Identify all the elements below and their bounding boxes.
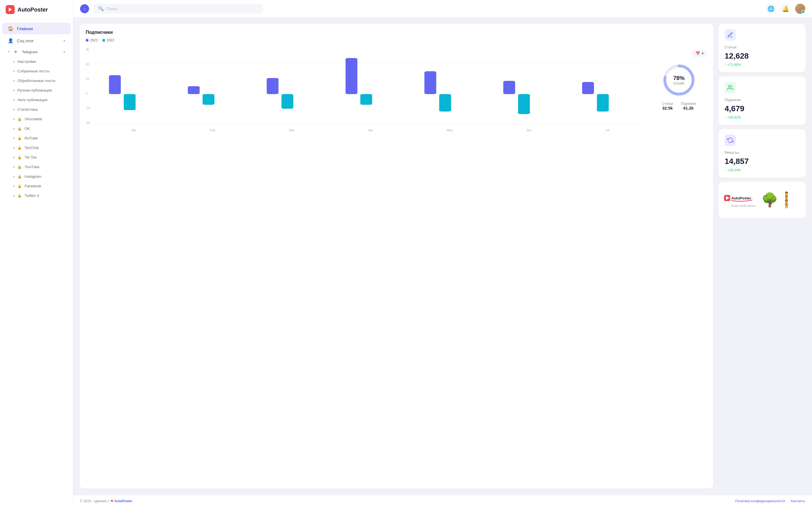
- y-label-10: 10: [86, 77, 90, 80]
- bullet-dot: [13, 90, 15, 91]
- sidebar-item-tiktok[interactable]: 🔒 Tik-Tok: [2, 153, 71, 162]
- y-label-0: 0: [86, 92, 90, 95]
- collapse-sidebar-button[interactable]: ‹: [80, 4, 89, 13]
- y-label-neg20: -20: [86, 121, 90, 124]
- bullet-dot: [13, 109, 15, 110]
- footer-copyright: © 2024 , сделано с ❤ AutoPoster: [80, 499, 133, 503]
- sidebar-item-telegram[interactable]: ✈ Telegram ▾: [2, 47, 71, 57]
- growth-subscriptions-label: Подписки: [681, 102, 696, 106]
- footer-brand-link[interactable]: AutoPoster: [114, 499, 133, 503]
- sidebar-item-social[interactable]: 👤 Соц сети ▾: [2, 35, 71, 47]
- sidebar-item-ok[interactable]: 🔒 OK: [2, 124, 71, 133]
- avatar[interactable]: [795, 4, 805, 14]
- rutube-label: RuTube: [24, 136, 38, 140]
- x-label-jan: Jan: [131, 128, 136, 132]
- reposts-icon: [725, 135, 736, 146]
- x-label-jun: Jun: [526, 128, 531, 132]
- growth-subscriptions: Подписки 41.2k: [681, 102, 696, 110]
- growth-section: 📅 ▾: [651, 47, 707, 126]
- language-icon[interactable]: 🌐: [766, 4, 776, 14]
- sidebar-item-collected-posts[interactable]: Собранные посты: [2, 66, 71, 76]
- sidebar-item-rutube[interactable]: 🔒 RuTube: [2, 133, 71, 143]
- logo-area: AutoPoster: [0, 0, 73, 19]
- manual-publish-label: Ручная публикация: [17, 88, 52, 93]
- right-panel: Статьи 12,628 ↑ +72.80% Подписки 4,679: [718, 24, 806, 489]
- footer-contacts-link[interactable]: Контакты: [791, 499, 805, 503]
- sidebar-item-home[interactable]: 🏠 Главная: [2, 23, 71, 34]
- bullet-dot: [13, 99, 15, 101]
- calendar-button[interactable]: 📅 ▾: [692, 50, 707, 57]
- bar-feb-2022: [203, 94, 214, 105]
- notification-icon[interactable]: 🔔: [780, 4, 791, 14]
- subscriptions-label: Подписки: [725, 98, 800, 102]
- bar-may-2022: [439, 94, 451, 112]
- reposts-label: Репосты: [725, 151, 800, 155]
- header: ‹ 🔍 🌐 🔔: [73, 0, 812, 17]
- articles-stat-card: Статьи 12,628 ↑ +72.80%: [718, 24, 806, 72]
- sidebar-item-processed-posts[interactable]: Обработанные посты: [2, 76, 71, 86]
- footer-privacy-link[interactable]: Политика конфиденциальности: [735, 499, 785, 503]
- lock-icon: 🔒: [17, 127, 22, 131]
- bar-jul-2022: [597, 94, 609, 112]
- svg-point-2: [728, 86, 730, 87]
- search-box: 🔍: [94, 4, 263, 13]
- growth-subscriptions-value: 41.2k: [681, 106, 696, 110]
- y-label-neg10: -10: [86, 107, 90, 110]
- bar-mar-2023: [267, 78, 278, 94]
- sidebar-item-auto-publish[interactable]: Авто публикация: [2, 95, 71, 105]
- telegram-label: Telegram: [22, 50, 38, 54]
- chart-legend: 2023 2022: [86, 38, 114, 42]
- svg-text:AutoPoster: AutoPoster: [731, 196, 751, 200]
- bullet-dot: [13, 176, 15, 177]
- bullet-dot: [13, 195, 15, 196]
- sidebar: AutoPoster 🏠 Главная 👤 Соц сети ▾ ✈ Tele…: [0, 0, 73, 507]
- promo-card: AutoPoster RULE YOUR SOCIAL 🌳 🧍🧍: [718, 182, 806, 218]
- sidebar-item-home-label: Главная: [17, 26, 33, 31]
- promo-logo-svg: AutoPoster: [724, 193, 758, 204]
- app-name: AutoPoster: [17, 6, 48, 13]
- donut-label: Growth: [673, 81, 684, 86]
- tenchat-label: TenChat: [24, 146, 39, 150]
- lock-icon: 🔒: [17, 184, 22, 188]
- bullet-dot: [13, 147, 15, 149]
- sidebar-item-instagram[interactable]: 🔒 Instagram: [2, 172, 71, 181]
- auto-publish-label: Авто публикация: [17, 98, 47, 102]
- x-label-may: May: [447, 128, 453, 132]
- sidebar-item-facebook[interactable]: 🔒 Facebook: [2, 181, 71, 191]
- lock-icon: 🔒: [17, 165, 22, 169]
- growth-articles-value: 32.5k: [662, 106, 673, 110]
- bar-chart-area: 30 20 10 0 -10 -20: [86, 47, 646, 126]
- sidebar-item-social-label: Соц сети: [17, 39, 33, 43]
- growth-articles: Статьи 32.5k: [662, 102, 673, 110]
- bullet-dot: [13, 185, 15, 187]
- telegram-icon: ✈: [14, 50, 17, 54]
- main-content: Подписчики 2023 2022: [73, 17, 812, 495]
- x-label-mar: Mar: [289, 128, 294, 132]
- donut-percent: 78%: [673, 75, 684, 81]
- bar-jul-2023: [582, 82, 594, 94]
- twitter-label: Twitter X: [24, 193, 40, 198]
- tiktok-label: Tik-Tok: [24, 155, 37, 159]
- lock-icon: 🔒: [17, 194, 22, 198]
- search-input[interactable]: [107, 6, 258, 11]
- bullet-dot: [8, 51, 10, 53]
- sidebar-item-vkontakte[interactable]: 🔒 VKontakte: [2, 114, 71, 124]
- sidebar-item-statistics[interactable]: Статистика: [2, 105, 71, 114]
- header-right: 🌐 🔔: [766, 4, 805, 14]
- sidebar-item-youtube[interactable]: 🔒 YouTube: [2, 162, 71, 172]
- articles-label: Статьи: [725, 45, 800, 49]
- sidebar-item-settings[interactable]: Настройки: [2, 57, 71, 66]
- sidebar-item-manual-publish[interactable]: Ручная публикация: [2, 86, 71, 95]
- reposts-change: ↑ +28.14%: [725, 168, 800, 172]
- donut-center-text: 78% Growth: [673, 75, 684, 86]
- articles-change: ↑ +72.80%: [725, 63, 800, 67]
- bullet-dot: [13, 61, 15, 62]
- processed-posts-label: Обработанные посты: [17, 78, 56, 83]
- main-left: Подписчики 2023 2022: [80, 24, 713, 489]
- lock-icon: 🔒: [17, 156, 22, 159]
- y-axis-labels: 30 20 10 0 -10 -20: [86, 47, 90, 126]
- settings-label: Настройки: [17, 59, 36, 64]
- sidebar-item-tenchat[interactable]: 🔒 TenChat: [2, 143, 71, 152]
- subscribers-chart-card: Подписчики 2023 2022: [80, 24, 713, 489]
- sidebar-item-twitter[interactable]: 🔒 Twitter X: [2, 191, 71, 200]
